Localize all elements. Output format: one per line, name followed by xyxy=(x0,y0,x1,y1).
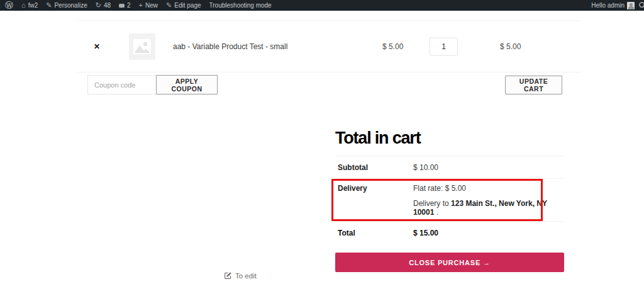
updates-count: 48 xyxy=(104,2,111,9)
product-thumbnail[interactable] xyxy=(129,33,155,60)
search-icon[interactable] xyxy=(638,1,644,9)
apply-coupon-button[interactable]: APPLY COUPON xyxy=(156,75,218,94)
cart-totals-title: Total in cart xyxy=(335,127,564,149)
remove-item-button[interactable]: ✕ xyxy=(94,42,100,51)
total-row: Total $ 15.00 xyxy=(335,221,564,244)
image-placeholder-icon xyxy=(133,39,151,54)
update-cart-button[interactable]: UPDATE CART xyxy=(505,76,562,94)
cart-item-row: ✕ aab - Variable Product Test - small $ … xyxy=(77,20,581,72)
site-name-menu[interactable]: ⌂ fw2 xyxy=(21,2,38,9)
avatar xyxy=(627,2,635,9)
edit-square-icon xyxy=(224,271,232,280)
subtotal-row: Subtotal $ 10.00 xyxy=(335,156,564,178)
customize-label: Personalize xyxy=(54,2,87,9)
updates-menu[interactable]: ↻ 48 xyxy=(96,2,111,9)
edit-link-label: To edit xyxy=(235,272,257,280)
delivery-details: Flat rate: $ 5.00 Delivery to 123 Main S… xyxy=(413,184,562,217)
proceed-to-checkout-button[interactable]: CLOSE PURCHASE → xyxy=(335,253,564,272)
totals-table: Subtotal $ 10.00 Delivery Flat rate: $ 5… xyxy=(335,156,564,244)
edit-page-menu[interactable]: ✎ Edit page xyxy=(166,2,201,9)
delivery-label: Delivery xyxy=(338,184,413,217)
customize-menu[interactable]: ✎ Personalize xyxy=(46,2,87,9)
line-subtotal: $ 5.00 xyxy=(500,42,521,51)
product-name-link[interactable]: aab - Variable Product Test - small xyxy=(173,42,287,51)
delivery-method: Flat rate: $ 5.00 xyxy=(413,184,562,193)
wordpress-logo-menu[interactable]: Ⓦ xyxy=(5,1,13,9)
subtotal-label: Subtotal xyxy=(338,163,413,172)
product-price: $ 5.00 xyxy=(382,42,403,51)
cart-actions-row: APPLY COUPON UPDATE CART xyxy=(77,75,581,100)
comments-count: 2 xyxy=(127,2,131,9)
edit-link[interactable]: To edit xyxy=(224,271,257,280)
wp-admin-bar: Ⓦ ⌂ fw2 ✎ Personalize ↻ 48 2 + New ✎ Edi… xyxy=(0,0,644,11)
plus-icon: + xyxy=(139,2,143,9)
delivery-destination: Delivery to 123 Main St., New York, NY 1… xyxy=(413,199,562,217)
site-name-label: fw2 xyxy=(28,2,38,9)
new-label: New xyxy=(145,2,158,9)
coupon-code-input[interactable] xyxy=(87,75,156,94)
cart-section: ✕ aab - Variable Product Test - small $ … xyxy=(77,20,581,100)
total-label: Total xyxy=(338,229,413,237)
cart-totals-section: Total in cart Subtotal $ 10.00 Delivery … xyxy=(335,127,564,272)
edit-page-label: Edit page xyxy=(174,2,201,9)
my-account-menu[interactable]: Hello admin xyxy=(591,2,635,9)
troubleshooting-mode-menu[interactable]: Troubleshooting mode xyxy=(209,2,272,9)
customize-pencil-icon: ✎ xyxy=(46,2,52,9)
total-value: $ 15.00 xyxy=(413,229,438,237)
greeting-label: Hello admin xyxy=(591,2,625,9)
updates-icon: ↻ xyxy=(96,2,101,9)
troubleshooting-mode-label: Troubleshooting mode xyxy=(209,2,272,9)
wordpress-logo-icon: Ⓦ xyxy=(5,1,13,9)
home-icon: ⌂ xyxy=(21,2,26,9)
edit-pencil-icon: ✎ xyxy=(166,2,172,9)
comments-icon xyxy=(119,4,125,8)
subtotal-value: $ 10.00 xyxy=(413,163,438,172)
delivery-row: Delivery Flat rate: $ 5.00 Delivery to 1… xyxy=(335,178,564,221)
quantity-input[interactable] xyxy=(430,37,458,55)
new-content-menu[interactable]: + New xyxy=(139,2,158,9)
comments-menu[interactable]: 2 xyxy=(119,2,131,9)
